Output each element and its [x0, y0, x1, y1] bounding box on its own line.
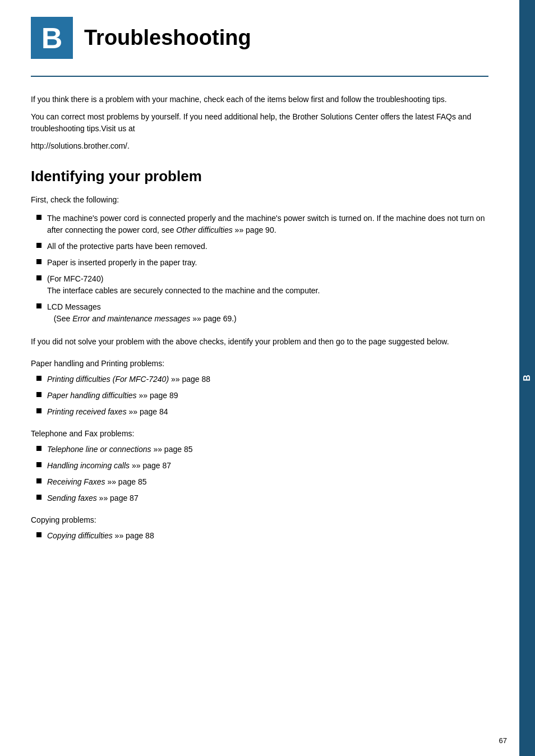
fax-item-1-suffix: »» page 85 [151, 445, 193, 454]
fax-item-4: Sending faxes »» page 87 [31, 492, 488, 504]
identifying-heading: Identifying your problem [31, 168, 488, 185]
copy-item-1: Copying difficulties »» page 88 [31, 530, 488, 542]
paper-item-2-suffix: »» page 89 [137, 391, 178, 400]
fax-list: Telephone line or connections »» page 85… [31, 444, 488, 504]
copy-list: Copying difficulties »» page 88 [31, 530, 488, 542]
checklist-item-5-sub: (See Error and maintenance messages »» p… [47, 314, 237, 323]
page-number: 67 [499, 736, 507, 745]
fax-item-1-label: Telephone line or connections [47, 445, 151, 454]
bullet-icon-2 [36, 243, 41, 248]
copy-label: Copying problems: [31, 515, 488, 524]
checklist-item-3-text: Paper is inserted properly in the paper … [47, 257, 488, 269]
fax-item-3: Receiving Faxes »» page 85 [31, 476, 488, 488]
fax-bullet-1 [36, 446, 41, 451]
paper-item-1: Printing difficulties (For MFC-7240) »» … [31, 374, 488, 385]
paper-item-2-label: Paper handling difficulties [47, 391, 137, 400]
paper-item-3-label: Printing received faxes [47, 407, 127, 416]
checklist-item-5-main: LCD Messages [47, 302, 101, 311]
intro-paragraph-1: If you think there is a problem with you… [31, 94, 488, 105]
right-tab-letter: B [522, 375, 532, 381]
paper-item-3: Printing received faxes »» page 84 [31, 406, 488, 418]
bullet-icon-4 [36, 275, 41, 280]
paper-bullet-2 [36, 392, 41, 397]
checklist-item-1: The machine's power cord is connected pr… [31, 213, 488, 236]
paper-bullet-3 [36, 408, 41, 413]
fax-item-2-suffix: »» page 87 [130, 461, 171, 470]
checklist-item-5: LCD Messages (See Error and maintenance … [31, 301, 488, 325]
bullet-icon-1 [36, 215, 41, 220]
checklist: The machine's power cord is connected pr… [31, 213, 488, 325]
intro-url: http://solutions.brother.com/. [31, 140, 488, 152]
fax-item-4-label: Sending faxes [47, 494, 97, 503]
paper-item-2: Paper handling difficulties »» page 89 [31, 390, 488, 402]
chapter-title: Troubleshooting [84, 26, 251, 50]
copy-item-1-suffix: »» page 88 [113, 531, 154, 540]
paper-item-1-label: Printing difficulties (For MFC-7240) [47, 375, 169, 384]
bullet-icon-3 [36, 259, 41, 264]
paper-label: Paper handling and Printing problems: [31, 359, 488, 368]
checklist-item-4-sub: The interface cables are securely connec… [47, 286, 320, 295]
fax-item-2: Handling incoming calls »» page 87 [31, 460, 488, 472]
other-difficulties-link: Other difficulties [176, 225, 232, 234]
fax-item-4-suffix: »» page 87 [97, 494, 139, 503]
chapter-letter: B [41, 21, 63, 55]
checklist-item-4-main: (For MFC-7240) [47, 274, 103, 283]
fax-item-3-label: Receiving Faxes [47, 477, 105, 486]
intro-paragraph-2: You can correct most problems by yoursel… [31, 111, 488, 135]
main-content: B Troubleshooting If you think there is … [0, 0, 519, 584]
checklist-item-1-text: The machine's power cord is connected pr… [47, 214, 485, 234]
fax-bullet-4 [36, 495, 41, 500]
fax-item-2-label: Handling incoming calls [47, 461, 130, 470]
intro-section: If you think there is a problem with you… [31, 94, 488, 152]
checklist-item-3: Paper is inserted properly in the paper … [31, 257, 488, 269]
chapter-header: B Troubleshooting [31, 0, 488, 77]
copy-bullet-1 [36, 532, 41, 537]
checklist-item-2-text: All of the protective parts have been re… [47, 241, 488, 252]
middle-paragraph: If you did not solve your problem with t… [31, 336, 488, 348]
paper-bullet-1 [36, 376, 41, 381]
checklist-item-2: All of the protective parts have been re… [31, 241, 488, 252]
right-side-tab: B [519, 0, 535, 756]
paper-item-1-suffix: »» page 88 [169, 375, 210, 384]
first-check-label: First, check the following: [31, 194, 488, 206]
fax-bullet-2 [36, 462, 41, 467]
bullet-icon-5 [36, 303, 41, 308]
intro-text-2: You can correct most problems by yoursel… [31, 112, 471, 133]
chapter-letter-box: B [31, 17, 73, 59]
fax-item-3-suffix: »» page 85 [105, 477, 147, 486]
paper-list: Printing difficulties (For MFC-7240) »» … [31, 374, 488, 418]
error-messages-link: Error and maintenance messages [72, 314, 190, 323]
copy-item-1-label: Copying difficulties [47, 531, 113, 540]
fax-label: Telephone and Fax problems: [31, 429, 488, 438]
paper-item-3-suffix: »» page 84 [127, 407, 168, 416]
fax-bullet-3 [36, 478, 41, 483]
page-container: B B Troubleshooting If you think there i… [0, 0, 535, 756]
fax-item-1: Telephone line or connections »» page 85 [31, 444, 488, 455]
checklist-item-4: (For MFC-7240) The interface cables are … [31, 273, 488, 297]
